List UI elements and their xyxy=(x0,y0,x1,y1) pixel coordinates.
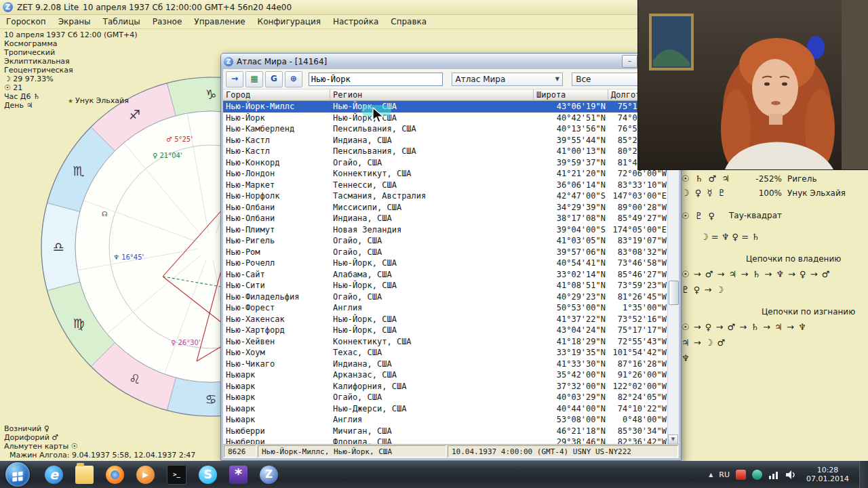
skype-icon[interactable]: S xyxy=(199,466,217,484)
globe-icon[interactable]: ⊕ xyxy=(285,71,302,87)
planet-glyphs: ☽ ♀ ☿ ♇ xyxy=(682,188,749,198)
atlas-row[interactable]: Нью-Йорк-МиллсНью-Йорк, США43°06'19"N75°… xyxy=(223,101,679,113)
atlas-cell-lat: 39°04'00"S xyxy=(534,224,608,236)
internet-explorer-icon[interactable]: e xyxy=(45,466,63,484)
atlas-cell-lon: 75°17'17"W xyxy=(608,325,669,336)
atlas-cell-region: Новая Зеландия xyxy=(330,224,534,236)
zet-icon[interactable]: Z xyxy=(260,466,278,484)
atlas-row[interactable]: Нью-КонкордОгайо, США39°59'37"N81°44'24"… xyxy=(223,157,679,169)
menu-item-Управление[interactable]: Управление xyxy=(188,16,251,28)
menu-item-Настройка[interactable]: Настройка xyxy=(327,16,384,28)
atlas-cell-lat: 39°55'44"N xyxy=(534,135,608,146)
media-player-icon[interactable]: ▶ xyxy=(136,466,155,484)
column-header-city[interactable]: Город xyxy=(223,89,330,101)
tray-icon-green[interactable] xyxy=(752,470,762,480)
atlas-row[interactable]: Нью-ЛондонКоннектикут, США41°21'20"N72°0… xyxy=(223,168,679,180)
atlas-row[interactable]: Нью-ОлбаниИндиана, США38°17'08"N85°49'27… xyxy=(223,213,679,224)
taskbar: e▶>_S*Z ▲ RU 10:28 07.01.2014 xyxy=(0,461,868,488)
star-icon: ★ xyxy=(68,98,73,104)
antivirus-icon[interactable]: * xyxy=(229,466,248,484)
atlas-row[interactable]: Нью-ХейвенКоннектикут, США41°18'29"N72°5… xyxy=(223,336,679,348)
atlas-row[interactable]: Нью-СайтАлабама, США33°02'14"N85°46'27"W xyxy=(223,269,679,281)
menu-item-Справка[interactable]: Справка xyxy=(384,16,433,28)
atlas-dialog[interactable]: Z Атлас Мира - [14164] – □ × → ▦ G ⊕ Атл… xyxy=(220,53,682,461)
dispositor-chain: ☉ → ♀ → ♂ → ♄ → ♃ → ♆ xyxy=(682,322,866,332)
atlas-row[interactable]: НьюаркАнглия53°08'00"N0°48'00"W xyxy=(223,414,679,426)
folder-icon[interactable] xyxy=(75,466,94,484)
atlas-row[interactable]: Нью-РигельОгайо, США41°03'05"N83°19'07"W xyxy=(223,235,679,247)
atlas-cell-region: Огайо, США xyxy=(330,235,534,247)
show-desktop-button[interactable] xyxy=(859,461,868,488)
atlas-row[interactable]: НьюаркНью-Джерси, США40°44'00"N74°10'22"… xyxy=(223,403,679,415)
scrollbar-thumb[interactable] xyxy=(669,281,679,305)
atlas-cell-lon: 82°24'05"W xyxy=(608,392,669,403)
atlas-row[interactable]: НьюаркОгайо, США40°03'29"N82°24'05"W xyxy=(223,392,679,403)
column-header-region[interactable]: Регион xyxy=(330,89,534,101)
menu-item-Гороскоп[interactable]: Гороскоп xyxy=(0,16,52,28)
atlas-cell-lat: 43°06'19"N xyxy=(534,101,608,113)
menu-item-Таблицы[interactable]: Таблицы xyxy=(97,16,146,28)
scroll-down-button[interactable]: ▼ xyxy=(668,434,678,445)
console-icon[interactable]: >_ xyxy=(167,465,186,485)
tray-icon-red[interactable] xyxy=(736,470,746,480)
chart-info-line: Тропический xyxy=(4,48,138,57)
atlas-table-header: Город Регион Широта Долгота xyxy=(223,89,679,101)
atlas-cell-region: Нью-Йорк, США xyxy=(330,314,534,325)
exit-icon[interactable]: → xyxy=(226,71,243,87)
atlas-row[interactable]: Нью-НорфолкТасмания, Австралия42°47'00"S… xyxy=(223,190,679,202)
atlas-dialog-titlebar[interactable]: Z Атлас Мира - [14164] – □ × xyxy=(221,54,681,69)
atlas-cell-city: Нью-Плимут xyxy=(223,224,330,236)
atlas-row[interactable]: НьюберриМичиган, США46°21'18"N85°30'34"W xyxy=(223,426,679,437)
atlas-dialog-icon: Z xyxy=(224,57,233,66)
atlas-cell-lat: 41°08'51"N xyxy=(534,280,608,291)
atlas-row[interactable]: Нью-ФорестАнглия50°53'00"N1°35'00"W xyxy=(223,302,679,314)
atlas-row[interactable]: Нью-ЙоркНью-Йорк, США40°42'51"N74°00'23"… xyxy=(223,113,679,124)
atlas-status-bar: 8626 Нью-Йорк-Миллс, Нью-Йорк, США 10.04… xyxy=(223,444,679,458)
atlas-cell-city: Нью-Кастл xyxy=(223,135,330,146)
atlas-select[interactable]: Атлас Мира ▼ xyxy=(452,73,564,86)
chevron-down-icon[interactable]: ▼ xyxy=(552,76,562,82)
atlas-row[interactable]: Нью-РомОгайо, США39°57'06"N83°08'32"W xyxy=(223,247,679,258)
atlas-row[interactable]: Нью-КамберлендПенсильвания, США40°13'56"… xyxy=(223,123,679,135)
atlas-row[interactable]: Нью-ФиладельфияОгайо, США40°29'23"N81°26… xyxy=(223,291,679,303)
atlas-row[interactable]: Нью-МаркетТеннесси, США36°06'14"N83°33'1… xyxy=(223,180,679,191)
minimize-button[interactable]: – xyxy=(622,55,637,68)
webcam-picture xyxy=(638,0,868,169)
atlas-row[interactable]: НьюаркКалифорния, США37°32'00"N122°02'00… xyxy=(223,381,679,392)
atlas-cell-lon: 73°46'58"W xyxy=(608,258,669,269)
atlas-row[interactable]: Нью-ХартфордНью-Йорк, США43°04'24"N75°17… xyxy=(223,325,679,336)
svg-text:♌: ♌ xyxy=(129,371,140,386)
atlas-row[interactable]: Нью-КастлИндиана, США39°55'44"N85°22'12"… xyxy=(223,135,679,146)
atlas-cell-lat: 41°18'29"N xyxy=(534,336,608,348)
atlas-row[interactable]: Нью-РочеллНью-Йорк, США40°54'41"N73°46'5… xyxy=(223,258,679,269)
language-indicator[interactable]: RU xyxy=(719,470,730,479)
menu-item-Конфигурация[interactable]: Конфигурация xyxy=(252,16,327,28)
atlas-row[interactable]: Нью-ПлимутНовая Зеландия39°04'00"S174°05… xyxy=(223,224,679,236)
atlas-table-body[interactable]: Нью-Йорк-МиллсНью-Йорк, США43°06'19"N75°… xyxy=(223,101,679,445)
atlas-cell-lat: 50°53'00"N xyxy=(534,302,608,314)
network-icon[interactable] xyxy=(768,470,779,479)
atlas-dialog-body: → ▦ G ⊕ Атлас Мира ▼ Все ▼ Город Регион … xyxy=(223,69,679,458)
atlas-row[interactable]: Нью-ХоумТехас, США33°19'35"N101°54'42"W xyxy=(223,347,679,359)
city-search-input[interactable] xyxy=(309,73,443,86)
menu-item-Разное[interactable]: Разное xyxy=(146,16,189,28)
g-icon[interactable]: G xyxy=(265,71,283,87)
map-icon[interactable]: ▦ xyxy=(245,71,263,87)
atlas-cell-lat: 39°59'37"N xyxy=(534,157,608,169)
atlas-row[interactable]: Нью-СитиНью-Йорк, США41°08'51"N73°59'23"… xyxy=(223,280,679,291)
atlas-row[interactable]: Нью-ХакенсакНью-Йорк, США41°37'22"N73°52… xyxy=(223,314,679,325)
atlas-row[interactable]: Нью-ОлбаниМиссисипи, США34°29'39"N89°00'… xyxy=(223,202,679,214)
firefox-icon[interactable] xyxy=(106,466,124,484)
atlas-cell-region: Миссисипи, США xyxy=(330,202,534,214)
start-button[interactable] xyxy=(5,462,30,487)
atlas-cell-city: Нью-Олбани xyxy=(223,213,330,224)
column-header-lat[interactable]: Широта xyxy=(534,89,608,101)
clock[interactable]: 10:28 07.01.2014 xyxy=(806,466,849,483)
volume-icon[interactable] xyxy=(785,470,796,479)
atlas-cell-lat: 41°21'20"N xyxy=(534,168,608,180)
atlas-row[interactable]: Нью-КастлПенсильвания, США41°00'13"N80°2… xyxy=(223,146,679,157)
atlas-row[interactable]: Нью-ЧикагоИндиана, США41°33'30"N87°16'28… xyxy=(223,359,679,370)
atlas-row[interactable]: НьюаркАрканзас, США35°42'00"N91°26'00"W xyxy=(223,369,679,381)
show-hidden-icons-button[interactable]: ▲ xyxy=(709,472,713,478)
menu-item-Экраны[interactable]: Экраны xyxy=(52,16,97,28)
